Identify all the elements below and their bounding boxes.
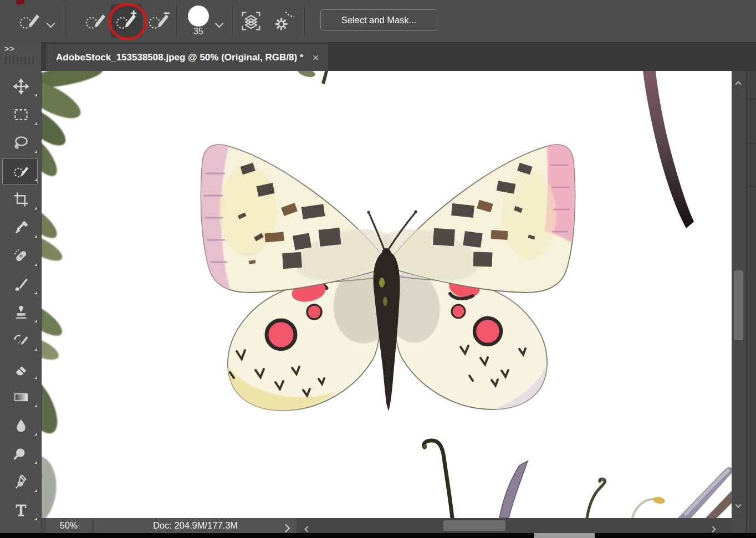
scroll-right-icon[interactable] <box>711 524 715 534</box>
tool-flyout-indicator <box>34 207 37 209</box>
butterfly <box>201 145 575 411</box>
zoom-level-field[interactable]: 50% <box>46 518 91 533</box>
separator <box>232 6 233 35</box>
tool-flyout-indicator <box>34 461 37 464</box>
scroll-left-icon[interactable] <box>305 524 310 534</box>
tool-flyout-indicator <box>34 376 37 379</box>
subtract-from-selection-button[interactable] <box>143 4 175 38</box>
close-tab-icon[interactable]: × <box>312 52 319 63</box>
bottom-stems <box>423 440 732 518</box>
separator <box>176 6 177 35</box>
tool-flyout-indicator <box>34 348 37 351</box>
scroll-up-icon[interactable] <box>736 79 740 89</box>
chevron-down-icon[interactable] <box>48 19 54 29</box>
add-to-selection-button[interactable] <box>110 4 142 38</box>
tool-clone-stamp[interactable] <box>0 298 42 326</box>
tool-selection-brush[interactable] <box>0 157 42 185</box>
select-and-mask-button[interactable]: Select and Mask... <box>320 9 437 30</box>
tool-gradient[interactable] <box>0 383 42 411</box>
horizontal-scrollbar[interactable] <box>297 518 732 533</box>
scrollbar-corner <box>732 518 746 533</box>
tool-eyedropper[interactable] <box>0 213 42 242</box>
top-stem-fragments <box>297 71 328 84</box>
scroll-down-icon[interactable] <box>736 499 740 509</box>
document-canvas[interactable] <box>42 71 732 518</box>
status-bar: 50% Doc: 204.9M/177.3M <box>42 518 732 533</box>
tool-blur[interactable] <box>0 411 42 439</box>
tool-flyout-indicator <box>34 404 37 407</box>
toolbar-grip[interactable] <box>5 57 36 64</box>
vertical-scrollbar-thumb[interactable] <box>734 270 743 340</box>
select-and-mask-label: Select and Mask... <box>341 15 417 25</box>
vertical-scrollbar[interactable] <box>732 71 746 518</box>
bottom-edge-segment <box>534 533 595 538</box>
add-to-selection-icon <box>114 9 139 33</box>
brush-size-circle-icon[interactable] <box>188 6 209 27</box>
zoom-level-value: 50% <box>60 521 78 531</box>
twig <box>643 71 694 228</box>
tool-flyout-indicator <box>34 489 37 492</box>
tool-lasso[interactable] <box>0 129 42 157</box>
red-annotation-mark <box>16 0 25 5</box>
tool-flyout-indicator <box>34 291 37 294</box>
separator <box>66 6 67 35</box>
tool-pen[interactable] <box>0 468 42 496</box>
fern-leaves <box>42 71 105 518</box>
document-tab-title: AdobeStock_153538508.jpeg @ 50% (Origina… <box>56 52 303 63</box>
document-tab[interactable]: AdobeStock_153538508.jpeg @ 50% (Origina… <box>46 44 328 71</box>
selection-brush-preset-icon[interactable] <box>18 9 42 33</box>
status-expand-icon[interactable] <box>283 523 289 534</box>
butterfly-artwork <box>42 71 732 518</box>
collapse-toolbar-button[interactable]: >> <box>4 44 14 53</box>
tool-eraser[interactable] <box>0 355 42 383</box>
bottom-edge-strip <box>0 533 756 538</box>
horizontal-scrollbar-thumb[interactable] <box>443 520 505 531</box>
tool-flyout-indicator <box>34 178 37 181</box>
tool-zoom[interactable] <box>0 439 42 468</box>
brush-size-value: 35 <box>185 27 212 37</box>
subtract-from-selection-icon <box>147 9 171 33</box>
document-tab-bar: AdobeStock_153538508.jpeg @ 50% (Origina… <box>42 42 756 71</box>
tool-flyout-indicator <box>34 235 37 238</box>
tool-crop[interactable] <box>0 185 42 213</box>
tool-flyout-indicator <box>34 122 37 125</box>
tool-sidebar: >> <box>0 42 42 533</box>
tool-move[interactable] <box>0 72 42 100</box>
new-selection-button[interactable] <box>80 4 112 38</box>
sample-all-layers-icon[interactable] <box>239 9 263 33</box>
tool-spot-healing-brush[interactable] <box>0 242 42 270</box>
tool-history-brush[interactable] <box>0 326 42 355</box>
tool-flyout-indicator <box>34 517 37 520</box>
doc-info-value: Doc: 204.9M/177.3M <box>153 520 238 531</box>
brush-settings-gear-icon[interactable] <box>272 9 296 33</box>
tool-rectangular-marquee[interactable] <box>0 100 42 129</box>
new-selection-icon <box>84 9 108 33</box>
options-bar: 35 Select and Mask... <box>0 0 756 43</box>
tool-flyout-indicator <box>34 433 37 435</box>
tool-type[interactable] <box>0 496 42 524</box>
separator <box>304 6 305 35</box>
tool-flyout-indicator <box>34 94 37 96</box>
chevron-down-icon[interactable] <box>216 19 222 29</box>
panel-dock-edge <box>746 71 756 533</box>
tool-flyout-indicator <box>34 320 37 322</box>
tool-flyout-indicator <box>34 150 37 153</box>
tool-brush[interactable] <box>0 270 42 298</box>
tool-flyout-indicator <box>34 263 37 266</box>
doc-info-field[interactable]: Doc: 204.9M/177.3M <box>94 518 297 533</box>
